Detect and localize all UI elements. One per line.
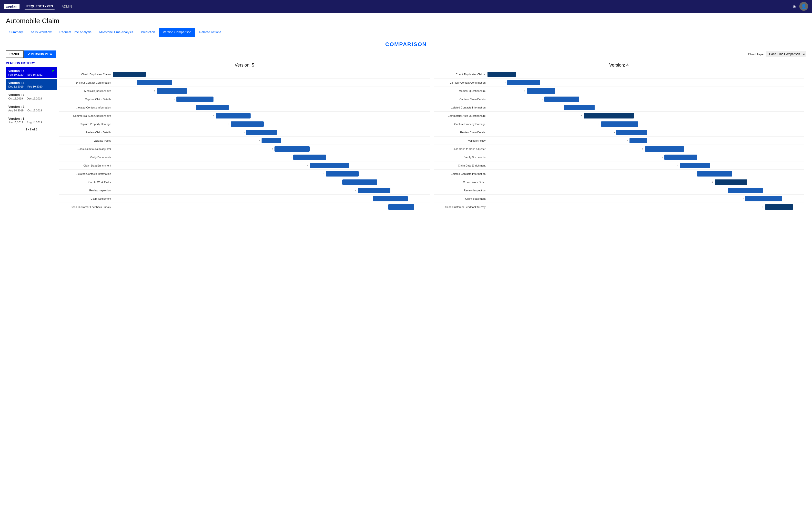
gantt-row-label: 24 Hour Contact Confirmation [434, 81, 488, 84]
gantt-block [527, 88, 555, 94]
gantt-block [564, 105, 594, 110]
version-2-label: Version : 2 [8, 105, 55, 109]
gantt-bar-area: › [113, 88, 430, 94]
gantt-arrow-icon: › [614, 131, 615, 133]
table-row: Capture Property Damage› [434, 120, 804, 128]
version-view-button[interactable]: ✔ VERSION VIEW [24, 51, 56, 58]
gantt-arrow-icon: › [762, 206, 763, 208]
gantt-arrow-icon: › [743, 197, 744, 200]
gantt-row-label: Review Inspection [59, 189, 113, 192]
table-row: Validate Policy› [59, 137, 430, 145]
view-toggle: RANGE ✔ VERSION VIEW [6, 51, 56, 58]
table-row: Medical Questionnaire› [434, 87, 804, 95]
tab-bar: Summary As Is Workflow Request Time Anal… [0, 28, 812, 37]
gantt-bar-area: › [113, 129, 430, 136]
gantt-bar-area: › [488, 204, 804, 210]
version-4-dates: Dec 12,2019 - Feb 10,2020 [8, 85, 55, 88]
tab-version-comparison[interactable]: Version Comparison [159, 28, 195, 37]
table-row: Check Duplicates Claims [434, 70, 804, 79]
gantt-bar-area: › [113, 187, 430, 194]
gantt-arrow-icon: › [355, 189, 356, 192]
gantt-bar-area: › [113, 79, 430, 86]
gantt-arrow-icon: › [524, 89, 525, 92]
nav-request-types[interactable]: REQUEST TYPES [24, 3, 55, 9]
gantt-arrow-icon: › [542, 98, 543, 100]
gantt-block [196, 105, 229, 110]
tab-prediction[interactable]: Prediction [138, 28, 158, 37]
gantt-arrow-icon: › [272, 148, 273, 150]
version-2-dates: Aug 14,2019 - Oct 13,2019 [8, 109, 55, 112]
table-row: ...elated Contacts Information› [434, 103, 804, 112]
gantt-bar-area: › [113, 137, 430, 144]
gantt-arrow-icon: › [174, 98, 175, 100]
gantt-bar-area: › [113, 121, 430, 127]
gantt-arrow-icon: › [213, 114, 214, 117]
gantt-row-label: Review Inspection [434, 189, 488, 192]
gantt-row-label: Create Work Order [434, 181, 488, 184]
gantt-block [176, 96, 213, 102]
comparison-title: COMPARISON [6, 41, 806, 48]
tab-request-time-analysis[interactable]: Request Time Analysis [56, 28, 95, 37]
tab-as-is-workflow[interactable]: As Is Workflow [27, 28, 55, 37]
version-item-4[interactable]: Version : 4 Dec 12,2019 - Feb 10,2020 [6, 79, 57, 90]
gantt-bar-area: › [488, 162, 804, 169]
sidebar: VERSION HISTORY Version : 5 ✔ Feb 10,202… [6, 61, 57, 211]
version-history-title: VERSION HISTORY [6, 61, 57, 65]
body-layout: VERSION HISTORY Version : 5 ✔ Feb 10,202… [6, 61, 806, 211]
tab-summary[interactable]: Summary [6, 28, 26, 37]
avatar[interactable]: 👤 [799, 2, 808, 11]
table-row: Capture Property Damage› [59, 120, 430, 128]
version-4-label: Version : 4 [8, 81, 55, 85]
table-row: Review Inspection› [59, 186, 430, 194]
gantt-arrow-icon: › [695, 172, 695, 175]
gantt-arrow-icon: › [135, 81, 136, 84]
gantt-arrow-icon: › [386, 206, 386, 208]
table-row: ...elated Contacts Information› [59, 103, 430, 112]
gantt-row-label: Claim Settlement [59, 197, 113, 200]
gantt-row-label: Check Duplicates Claims [434, 73, 488, 76]
gantt-bar-area: › [488, 171, 804, 177]
range-button[interactable]: RANGE [6, 51, 24, 58]
gantt-row-label: Review Claim Details [434, 131, 488, 134]
gantt-bar-area: › [113, 104, 430, 111]
table-row: ...ass claim to claim adjuster› [434, 145, 804, 153]
gantt-bar-area: › [113, 162, 430, 169]
nav-admin[interactable]: ADMIN [60, 4, 74, 9]
controls-row: RANGE ✔ VERSION VIEW Chart Type Gantt Ti… [6, 51, 806, 58]
gantt-block [630, 138, 647, 143]
table-row: Claim Data Enrichment› [434, 161, 804, 170]
version-item-1[interactable]: Version : 1 Jun 15,2019 - Aug 14,2019 [6, 115, 57, 126]
tab-related-actions[interactable]: Related Actions [196, 28, 225, 37]
gantt-bar-area: › [488, 112, 804, 119]
gantt-block [765, 204, 793, 210]
gantt-chart-v4: Check Duplicates Claims24 Hour Contact C… [434, 70, 804, 211]
tab-milestone-time-analysis[interactable]: Milestone Time Analysis [96, 28, 137, 37]
gantt-bar-area: › [113, 204, 430, 210]
version-item-3[interactable]: Version : 3 Oct 13,2019 - Dec 12,2019 [6, 91, 57, 102]
gantt-bar-area: › [488, 79, 804, 86]
gantt-row-label: ...ass claim to claim adjuster [59, 148, 113, 150]
gantt-bar-area: › [113, 154, 430, 161]
page-header: Automobile Claim [0, 13, 812, 25]
gantt-arrow-icon: › [725, 189, 726, 192]
gantt-block [507, 80, 540, 85]
version-item-2[interactable]: Version : 2 Aug 14,2019 - Oct 13,2019 [6, 103, 57, 114]
gantt-row-label: Capture Claim Details [434, 98, 488, 101]
charts-area: Version: 5 Check Duplicates Claims24 Hou… [57, 61, 806, 211]
gantt-block [388, 204, 414, 210]
grid-icon[interactable]: ⊞ [793, 4, 796, 9]
gantt-arrow-icon: › [370, 197, 371, 200]
table-row: Medical Questionnaire› [59, 87, 430, 95]
gantt-block [231, 121, 263, 127]
gantt-arrow-icon: › [307, 164, 308, 167]
version-item-5[interactable]: Version : 5 ✔ Feb 10,2020 - Sep 15,2022 [6, 67, 57, 78]
gantt-arrow-icon: › [323, 172, 324, 175]
gantt-block [745, 196, 782, 201]
gantt-block [137, 80, 172, 85]
gantt-arrow-icon: › [627, 139, 628, 142]
gantt-bar-area: › [488, 137, 804, 144]
table-row: Claim Data Enrichment› [59, 161, 430, 170]
gantt-arrow-icon: › [677, 164, 678, 167]
chart-type-select[interactable]: Gantt Time Comparison [766, 51, 806, 57]
gantt-bar-area: › [113, 179, 430, 185]
